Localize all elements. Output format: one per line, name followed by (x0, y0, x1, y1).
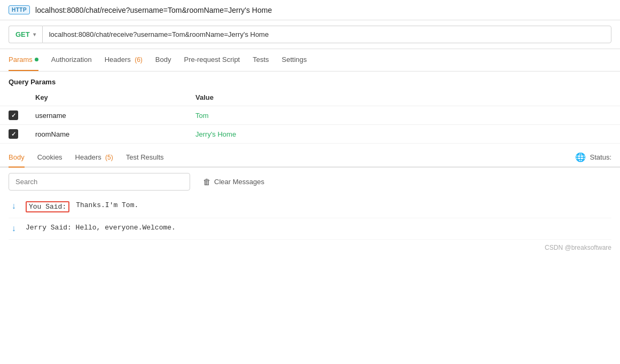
tab-test-results[interactable]: Test Results (126, 148, 164, 168)
tab-test-results-label: Test Results (126, 153, 164, 161)
row2-value: Jerry's Home (187, 125, 620, 144)
row1-value: Tom (187, 106, 620, 125)
list-item: ↓ You Said: Thanks.I'm Tom. (9, 196, 611, 218)
title-bar: HTTP localhost:8080/chat/receive?usernam… (0, 0, 620, 20)
key-col-header: Key (27, 89, 187, 106)
tab-body[interactable]: Body (155, 49, 171, 71)
table-row: ✓ username Tom (0, 106, 620, 125)
search-input-wrapper[interactable] (9, 173, 190, 191)
tab-tests[interactable]: Tests (253, 49, 269, 71)
tab-headers-label: Headers (105, 56, 131, 64)
method-label: GET (15, 30, 30, 38)
checkmark-icon: ✓ (11, 131, 16, 138)
message-text: Jerry Said: Hello, everyone.Welcome. (26, 224, 176, 232)
tab-cookies[interactable]: Cookies (37, 148, 62, 168)
tab-response-headers-label: Headers (75, 153, 101, 161)
method-chevron-icon: ▾ (33, 31, 36, 37)
tab-response-headers[interactable]: Headers (5) (75, 148, 113, 168)
method-select[interactable]: GET ▾ (9, 26, 42, 43)
messages-area: ↓ You Said: Thanks.I'm Tom. ↓ Jerry Said… (0, 196, 620, 240)
tab-body-label: Body (155, 56, 171, 64)
request-tabs: Params Authorization Headers (6) Body Pr… (0, 49, 620, 72)
tab-prerequest[interactable]: Pre-request Script (184, 49, 240, 71)
params-dot-icon (35, 58, 38, 61)
query-params-header: Query Params (0, 72, 620, 89)
message-highlighted-label: You Said: (26, 201, 69, 212)
tab-authorization[interactable]: Authorization (51, 49, 92, 71)
arrow-down-icon: ↓ (9, 224, 19, 234)
clear-messages-button[interactable]: 🗑 Clear Messages (199, 175, 269, 188)
tab-cookies-label: Cookies (37, 153, 62, 161)
tab-response-body-label: Body (9, 153, 25, 161)
checkbox-col-header (0, 89, 27, 106)
value-col-header: Value (187, 89, 620, 106)
tab-prerequest-label: Pre-request Script (184, 56, 240, 64)
row2-key: roomName (27, 125, 187, 144)
http-badge: HTTP (9, 5, 30, 14)
search-input[interactable] (15, 178, 183, 186)
tab-tests-label: Tests (253, 56, 269, 64)
row1-key: username (27, 106, 187, 125)
globe-icon: 🌐 (575, 152, 586, 162)
url-bar: GET ▾ (0, 20, 620, 49)
list-item: ↓ Jerry Said: Hello, everyone.Welcome. (9, 218, 611, 240)
title-url: localhost:8080/chat/receive?username=Tom… (35, 6, 272, 14)
tab-settings[interactable]: Settings (282, 49, 307, 71)
tab-response-body[interactable]: Body (9, 148, 25, 168)
table-row: ✓ roomName Jerry's Home (0, 125, 620, 144)
row2-checkbox-cell[interactable]: ✓ (0, 125, 27, 144)
clear-messages-label: Clear Messages (214, 178, 264, 186)
tab-authorization-label: Authorization (51, 56, 92, 64)
row2-checkbox[interactable]: ✓ (9, 129, 18, 139)
row1-checkbox[interactable]: ✓ (9, 110, 18, 120)
status-area: 🌐 Status: (575, 152, 611, 162)
arrow-down-icon: ↓ (9, 202, 19, 211)
trash-icon: 🗑 (203, 177, 211, 186)
search-row: 🗑 Clear Messages (0, 168, 620, 196)
footer-watermark: CSDN @breaksoftware (0, 240, 620, 256)
tab-response-headers-badge: (5) (104, 154, 113, 161)
row1-checkbox-cell[interactable]: ✓ (0, 106, 27, 125)
params-table: Key Value ✓ username Tom ✓ roomName Jerr… (0, 89, 620, 144)
tab-params[interactable]: Params (9, 49, 38, 71)
response-tabs: Body Cookies Headers (5) Test Results 🌐 … (0, 148, 620, 168)
tab-settings-label: Settings (282, 56, 307, 64)
tab-headers-badge: (6) (133, 56, 143, 64)
message-text: Thanks.I'm Tom. (76, 201, 138, 209)
tab-params-label: Params (9, 56, 33, 64)
tab-headers[interactable]: Headers (6) (105, 49, 143, 71)
status-label: Status: (590, 153, 611, 161)
checkmark-icon: ✓ (11, 112, 16, 119)
url-input[interactable] (42, 26, 611, 43)
